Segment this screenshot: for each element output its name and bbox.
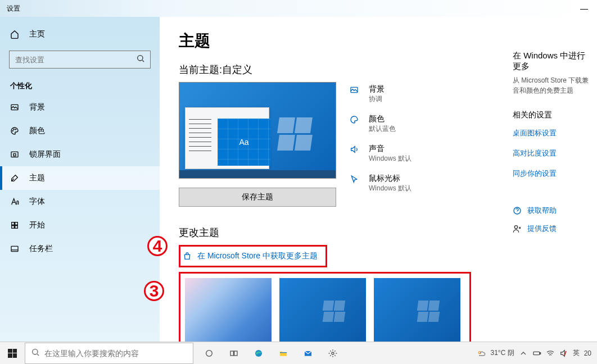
sidebar-home[interactable]: 主页 <box>0 25 160 44</box>
svg-rect-7 <box>12 222 15 225</box>
task-view-button[interactable] <box>221 342 246 365</box>
sidebar-item-background[interactable]: 背景 <box>0 95 160 119</box>
prop-value: 协调 <box>369 94 385 104</box>
weather-icon <box>477 349 486 358</box>
sound-icon <box>350 145 361 154</box>
theme-prop-cursor[interactable]: 鼠标光标 Windows 默认 <box>350 174 411 193</box>
svg-point-15 <box>33 349 38 354</box>
sidebar-item-label: 开始 <box>29 220 45 230</box>
store-link-highlight: 在 Microsoft Store 中获取更多主题 <box>179 245 327 267</box>
related-settings-title: 相关的设置 <box>513 110 594 120</box>
weather-text: 31°C 阴 <box>490 348 514 358</box>
svg-rect-6 <box>13 154 16 156</box>
theme-prop-color[interactable]: 颜色 默认蓝色 <box>350 114 411 134</box>
sidebar-item-start[interactable]: 开始 <box>0 213 160 237</box>
svg-point-2 <box>12 130 13 131</box>
system-tray[interactable]: 31°C 阴 英 20 <box>477 348 597 358</box>
window-titlebar: 设置 — <box>0 0 597 17</box>
lockscreen-icon <box>10 150 19 159</box>
sidebar-home-label: 主页 <box>29 29 45 39</box>
theme-thumb-3[interactable] <box>374 278 460 342</box>
give-feedback-link[interactable]: 提供反馈 <box>513 224 594 234</box>
themes-grid-highlight <box>179 272 471 342</box>
chevron-up-icon[interactable] <box>519 349 528 358</box>
theme-icon <box>10 174 19 183</box>
feedback-icon <box>513 224 522 233</box>
theme-prop-background[interactable]: 背景 协调 <box>350 84 411 104</box>
prop-title: 背景 <box>369 84 385 94</box>
main-pane: 主题 当前主题:自定义 Aa 保存主题 背景 协调 颜 <box>160 17 597 342</box>
link-high-contrast[interactable]: 高对比度设置 <box>513 148 594 158</box>
svg-rect-20 <box>280 352 287 353</box>
search-icon <box>31 348 40 359</box>
svg-point-22 <box>332 352 334 354</box>
get-more-themes-link[interactable]: 在 Microsoft Store 中获取更多主题 <box>197 251 318 261</box>
link-desktop-icons[interactable]: 桌面图标设置 <box>513 128 594 138</box>
theme-prop-sound[interactable]: 声音 Windows 默认 <box>350 144 411 163</box>
store-icon <box>183 252 192 261</box>
svg-point-3 <box>13 129 14 130</box>
prop-title: 声音 <box>369 144 411 154</box>
font-icon <box>10 197 19 206</box>
prop-value: Windows 默认 <box>369 154 411 163</box>
right-more-title: 在 Windows 中进行更多 <box>513 51 594 72</box>
sidebar-item-fonts[interactable]: 字体 <box>0 190 160 213</box>
clock-fragment: 20 <box>584 349 591 357</box>
help-label: 获取帮助 <box>527 206 557 216</box>
sidebar-item-label: 主题 <box>29 173 45 183</box>
explorer-button[interactable] <box>271 342 296 365</box>
prop-value: 默认蓝色 <box>369 124 396 134</box>
minimize-button[interactable]: — <box>571 4 597 13</box>
taskbar-icon <box>10 244 19 253</box>
start-button[interactable] <box>0 342 25 365</box>
svg-rect-8 <box>15 222 18 225</box>
theme-thumb-1[interactable] <box>185 278 272 342</box>
feedback-label: 提供反馈 <box>527 224 557 234</box>
wifi-icon <box>546 349 555 358</box>
sidebar-item-themes[interactable]: 主题 <box>0 166 160 190</box>
app-title: 设置 <box>7 4 20 13</box>
cortana-button[interactable] <box>197 342 221 365</box>
taskbar-search-input[interactable] <box>44 349 187 358</box>
prop-title: 颜色 <box>369 114 396 124</box>
sidebar-search[interactable] <box>9 51 151 69</box>
save-theme-button[interactable]: 保存主题 <box>179 188 336 207</box>
svg-rect-17 <box>230 351 233 356</box>
picture-icon <box>10 103 19 112</box>
svg-point-4 <box>15 129 16 130</box>
sidebar-item-color[interactable]: 颜色 <box>0 119 160 143</box>
ime-indicator[interactable]: 英 <box>573 348 580 358</box>
help-icon <box>513 206 522 215</box>
sidebar-category: 个性化 <box>0 79 160 95</box>
right-more-desc: 从 Microsoft Store 下载兼音和颜色的免费主题 <box>513 75 594 95</box>
palette-icon <box>350 115 361 124</box>
svg-point-0 <box>138 56 143 61</box>
start-icon <box>10 221 19 230</box>
edge-button[interactable] <box>246 342 271 365</box>
os-taskbar: 31°C 阴 英 20 <box>0 342 597 364</box>
svg-rect-24 <box>533 352 540 354</box>
settings-button[interactable] <box>320 342 345 365</box>
link-sync-settings[interactable]: 同步你的设置 <box>513 169 594 179</box>
sidebar-item-taskbar[interactable]: 任务栏 <box>0 237 160 261</box>
svg-rect-10 <box>15 226 18 229</box>
preview-tile: Aa <box>218 119 270 166</box>
mail-button[interactable] <box>296 342 320 365</box>
svg-rect-25 <box>540 352 540 354</box>
svg-point-16 <box>206 350 212 356</box>
home-icon <box>10 30 19 39</box>
prop-title: 鼠标光标 <box>369 174 411 184</box>
sidebar-search-input[interactable] <box>10 56 131 64</box>
svg-rect-9 <box>12 226 15 229</box>
theme-preview: Aa <box>179 82 336 179</box>
svg-point-14 <box>514 226 517 229</box>
prop-value: Windows 默认 <box>369 184 411 193</box>
battery-icon <box>532 349 541 358</box>
theme-thumb-2[interactable] <box>279 278 366 342</box>
palette-icon <box>10 126 19 135</box>
volume-icon <box>559 349 568 358</box>
taskbar-search[interactable] <box>25 343 193 364</box>
sidebar-item-lockscreen[interactable]: 锁屏界面 <box>0 143 160 166</box>
get-help-link[interactable]: 获取帮助 <box>513 206 594 216</box>
annotation-4: 4 <box>147 236 168 256</box>
